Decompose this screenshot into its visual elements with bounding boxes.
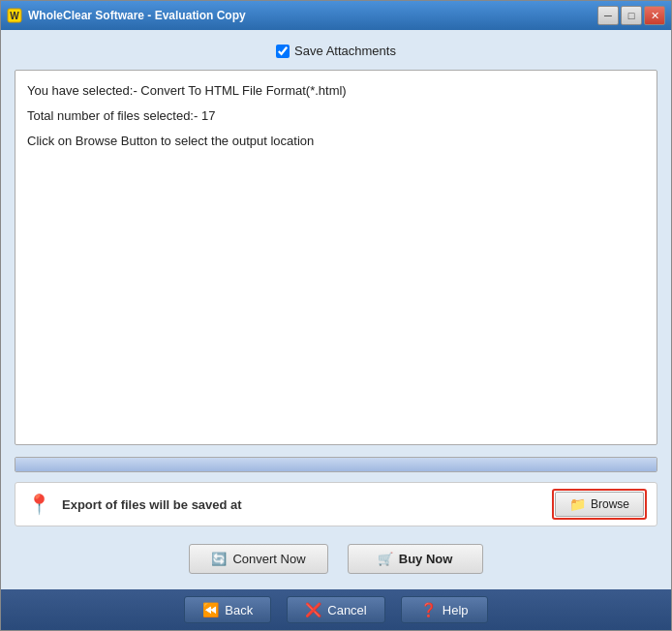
help-button[interactable]: ❓ Help [401, 596, 488, 623]
window-title: WholeClear Software - Evaluation Copy [28, 9, 597, 22]
browse-label: Browse [591, 497, 629, 511]
back-button[interactable]: ⏪ Back [184, 596, 271, 623]
info-line-2: Total number of files selected:- 17 [27, 105, 645, 127]
export-label: Export of files will be saved at [62, 497, 542, 512]
convert-icon: 🔄 [211, 552, 227, 566]
pin-glyph: 📍 [27, 493, 51, 516]
app-icon: W [7, 8, 22, 23]
info-line-3: Click on Browse Button to select the out… [27, 131, 645, 152]
save-attachments-wrapper: Save Attachments [276, 44, 396, 58]
bottom-buttons-row: 🔄 Convert Now 🛒 Buy Now [15, 534, 657, 580]
close-button[interactable]: ✕ [644, 6, 665, 25]
folder-icon: 📁 [569, 496, 586, 512]
save-attachments-label: Save Attachments [294, 44, 396, 58]
maximize-button[interactable]: □ [621, 6, 642, 25]
svg-text:W: W [10, 11, 19, 21]
save-attachments-checkbox[interactable] [276, 45, 290, 58]
minimize-button[interactable]: ─ [597, 6, 619, 25]
convert-now-button[interactable]: 🔄 Convert Now [189, 544, 327, 574]
browse-button[interactable]: 📁 Browse [555, 492, 644, 517]
cart-icon: 🛒 [378, 552, 393, 566]
browse-btn-wrapper: 📁 Browse [552, 489, 647, 520]
main-content: Save Attachments You have selected:- Con… [1, 30, 671, 589]
location-pin-icon: 📍 [25, 491, 52, 518]
save-attachments-row: Save Attachments [15, 40, 657, 62]
info-text-area: You have selected:- Convert To HTML File… [15, 70, 657, 445]
cancel-icon: ❌ [305, 602, 321, 617]
app-window: W WholeClear Software - Evaluation Copy … [0, 0, 672, 631]
back-icon: ⏪ [202, 602, 219, 617]
buy-now-button[interactable]: 🛒 Buy Now [348, 544, 483, 574]
help-label: Help [443, 603, 469, 617]
help-icon: ❓ [420, 602, 437, 617]
back-label: Back [225, 603, 253, 617]
convert-now-label: Convert Now [232, 552, 305, 566]
cancel-label: Cancel [327, 603, 366, 617]
progress-bar-container [15, 457, 657, 472]
buy-now-label: Buy Now [399, 552, 453, 566]
titlebar: W WholeClear Software - Evaluation Copy … [1, 1, 671, 30]
cancel-button[interactable]: ❌ Cancel [287, 596, 384, 623]
footer-bar: ⏪ Back ❌ Cancel ❓ Help [1, 589, 671, 630]
progress-bar-fill [15, 458, 657, 471]
export-row: 📍 Export of files will be saved at 📁 Bro… [15, 482, 657, 526]
info-line-1: You have selected:- Convert To HTML File… [27, 80, 645, 102]
window-controls: ─ □ ✕ [597, 6, 665, 25]
